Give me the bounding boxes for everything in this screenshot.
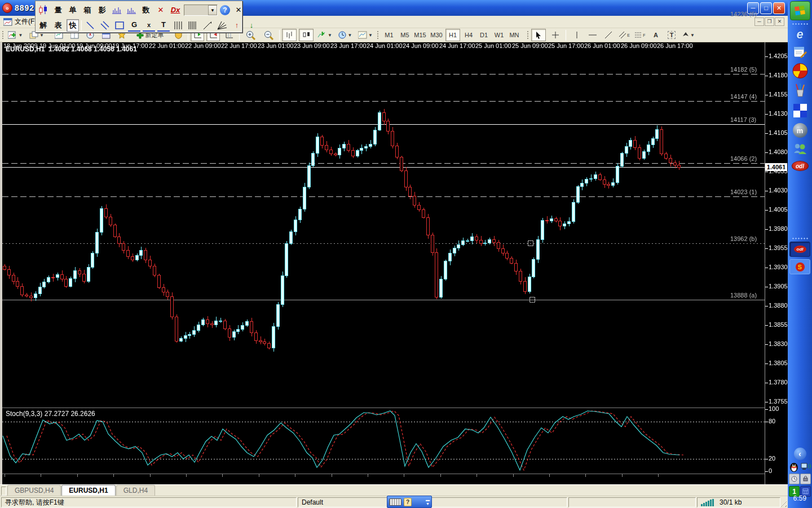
horizontal-line-tool-button[interactable] <box>585 29 600 41</box>
shadow-tool-button[interactable]: 影 <box>96 4 108 16</box>
candles-tool-icon[interactable] <box>37 4 50 16</box>
mdi-minimize-button[interactable]: ─ <box>754 17 764 26</box>
price-tick-label: 1.3780 <box>769 379 788 386</box>
jie-tool-button[interactable]: 解 <box>37 19 50 32</box>
lang-help-icon[interactable]: ? <box>404 498 412 506</box>
combo-dropdown-icon[interactable]: ▼ <box>208 5 217 15</box>
text-label-tool-button[interactable]: T <box>664 29 679 41</box>
traffic-counter: 30/1 kb <box>720 498 742 506</box>
toolbar-grip[interactable] <box>2 30 5 40</box>
notes-icon[interactable] <box>793 45 807 59</box>
delete-cross-icon[interactable]: ✕ <box>155 4 167 16</box>
qq-penguin-tray-icon[interactable] <box>789 461 800 472</box>
mdi-close-button[interactable]: ✕ <box>775 17 784 26</box>
vertical-line-tool-button[interactable] <box>570 29 584 41</box>
fan-tool-icon[interactable] <box>216 19 228 32</box>
taskbar: e m odl odl S ‹ <box>788 0 812 508</box>
gann-tool-button[interactable]: G <box>128 19 140 32</box>
zoom-out-button[interactable] <box>261 29 276 41</box>
taskbar-clock[interactable]: 6:59 <box>788 494 812 502</box>
bar-chart-mode-button[interactable] <box>282 29 297 41</box>
periods-button[interactable]: ▼ <box>336 29 354 41</box>
fibo-lines-button[interactable]: x <box>143 19 155 32</box>
panel-close-icon[interactable]: ✕ <box>232 4 245 16</box>
timeframe-m1-button[interactable]: M1 <box>382 29 396 41</box>
maximize-button[interactable]: □ <box>760 2 772 14</box>
down-arrow-tool[interactable]: ↓ <box>245 19 258 32</box>
up-arrow-tool[interactable]: ↑ <box>231 19 243 32</box>
checkered-flag-icon[interactable] <box>793 103 807 118</box>
channel-tool-button[interactable]: E <box>617 29 632 41</box>
order-tool-button[interactable]: 单 <box>67 4 79 16</box>
tray-icon-1[interactable] <box>789 474 800 484</box>
tab-gld-h4[interactable]: GLD,H4 <box>116 485 155 496</box>
language-bar[interactable]: ? ▬▼ <box>387 496 432 508</box>
menu-file[interactable]: 文件(F) <box>15 17 37 27</box>
status-connection[interactable]: 30/1 kb <box>697 497 780 507</box>
network-tray-icon[interactable] <box>800 461 811 472</box>
timeframe-h4-button[interactable]: H4 <box>461 29 476 41</box>
price-chart-canvas[interactable] <box>0 42 788 484</box>
fibonacci-tool-button[interactable]: F <box>633 29 647 41</box>
trendline-tool-button[interactable] <box>601 29 616 41</box>
crosshair-tool-button[interactable] <box>548 29 563 41</box>
text-tool-button[interactable]: A <box>648 29 663 41</box>
tray-collapse-button[interactable]: ‹ <box>794 448 806 460</box>
mdi-restore-button[interactable]: ❐ <box>765 17 774 26</box>
symbol-combo-box[interactable]: ▼ <box>184 5 218 16</box>
tab-eurusd-h1[interactable]: EURUSD,H1 <box>61 485 115 496</box>
paint-brushes-icon[interactable] <box>793 83 807 98</box>
timeframe-m30-button[interactable]: M30 <box>429 29 444 41</box>
box-tool-button[interactable]: 箱 <box>81 4 94 16</box>
ie-icon[interactable]: e <box>796 27 803 42</box>
templates-button[interactable]: ▼ <box>356 29 374 41</box>
timeframe-d1-button[interactable]: D1 <box>476 29 491 41</box>
timeframe-mn-button[interactable]: MN <box>507 29 522 41</box>
time-tick-label: 24 Jun 17:00 <box>439 42 475 49</box>
close-button[interactable]: ✕ <box>773 2 785 14</box>
tray-icon-2[interactable] <box>800 474 811 484</box>
table-tool-button[interactable]: 表 <box>52 19 64 32</box>
histogram-tool-button[interactable] <box>111 4 123 16</box>
tabbar-grip[interactable] <box>1 487 6 496</box>
fast-tool-button[interactable]: 快 <box>67 19 79 32</box>
swirl-app-icon[interactable] <box>792 63 807 78</box>
langbar-options-icon[interactable]: ▬▼ <box>426 498 430 506</box>
task-button-mt4[interactable]: odl <box>789 242 810 257</box>
text-lines-button[interactable]: T <box>157 19 170 32</box>
indicators-button[interactable]: ▼ <box>316 29 334 41</box>
odl-quicklaunch-icon[interactable]: odl <box>792 161 809 171</box>
arrows-tool-button[interactable]: ▼ <box>680 29 697 41</box>
messenger-people-icon[interactable] <box>792 142 808 156</box>
status-profile[interactable]: Default <box>298 497 397 507</box>
rectangle-tool-icon[interactable] <box>113 19 126 32</box>
vertical-grid-icon[interactable] <box>172 19 184 32</box>
tab-gbpusd-h4[interactable]: GBPUSD,H4 <box>7 485 61 496</box>
number-tool-button[interactable]: 数 <box>140 4 152 16</box>
status-help-text: 寻求帮助, 请按F1键 <box>1 497 297 507</box>
time-tick-label: 25 Jun 01:00 <box>475 42 511 49</box>
maxthon-icon[interactable]: m <box>793 123 807 138</box>
price-tick-label: 1.3930 <box>769 264 788 270</box>
new-chart-button[interactable]: ▼ <box>6 29 25 41</box>
timeframe-m5-button[interactable]: M5 <box>398 29 412 41</box>
task-button-swirl[interactable]: S <box>789 259 810 274</box>
cursor-tool-button[interactable] <box>531 29 546 41</box>
keyboard-icon[interactable] <box>389 498 401 506</box>
start-button[interactable] <box>790 1 810 20</box>
volume-tool-button[interactable]: 量 <box>52 4 64 16</box>
timeframe-h1-button[interactable]: H1 <box>445 29 460 41</box>
dx-tool-button[interactable]: Dx <box>169 4 182 16</box>
time-tick-label: 22 Jun 17:00 <box>221 42 257 49</box>
vertical-grid-dense-icon[interactable] <box>187 19 199 32</box>
timeframe-w1-button[interactable]: W1 <box>492 29 506 41</box>
parallel-lines-icon[interactable] <box>99 19 111 32</box>
timeframe-m15-button[interactable]: M15 <box>412 29 428 41</box>
pencil-angle-icon[interactable] <box>201 19 214 32</box>
time-tick-label: 23 Jun 17:00 <box>330 42 367 49</box>
candle-chart-mode-button[interactable] <box>299 29 314 41</box>
app-odl-icon: o <box>2 3 12 13</box>
panel-help-button[interactable]: ? <box>220 5 230 15</box>
line-tool-icon[interactable] <box>84 19 96 32</box>
histogram2-tool-button[interactable] <box>125 4 138 16</box>
